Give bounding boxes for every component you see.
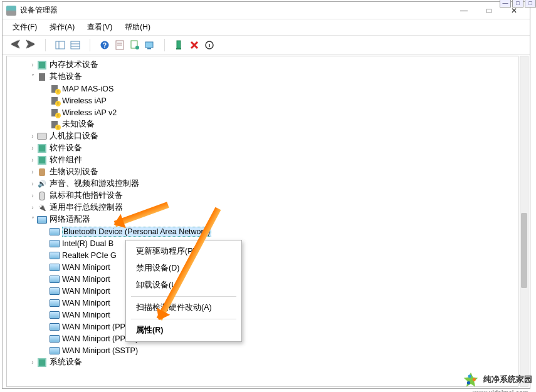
menu-action[interactable]: 操作(A) (45, 20, 80, 34)
net-icon (50, 287, 60, 296)
chevron-right-icon[interactable]: › (28, 157, 37, 163)
tree-node[interactable]: WAN Miniport (PPPOE) (7, 321, 518, 333)
update-driver-button[interactable] (128, 38, 142, 52)
svg-rect-15 (176, 48, 181, 49)
tree-node[interactable]: WAN Miniport (7, 297, 518, 309)
tree-node[interactable]: WAN Miniport (PPTP) (7, 333, 518, 344)
svg-text:?: ? (103, 42, 107, 49)
chevron-down-icon[interactable]: ˅ (28, 216, 37, 223)
chevron-right-icon[interactable]: › (28, 133, 37, 140)
warn-icon (50, 120, 60, 129)
scroll-thumb[interactable] (521, 213, 527, 288)
tree-node[interactable]: Wireless iAP (7, 95, 518, 106)
tree-node-label: WAN Miniport (62, 299, 110, 307)
warn-icon (50, 108, 60, 117)
net-icon (50, 334, 60, 343)
tree-node-label: Wireless iAP (62, 96, 107, 105)
context-menu-item[interactable]: 卸载设备(U) (127, 277, 240, 294)
tree-node[interactable]: ›通用串行总线控制器 (7, 202, 518, 214)
tree-node[interactable]: ›系统设备 (7, 356, 518, 368)
menu-file[interactable]: 文件(F) (8, 20, 42, 34)
chevron-right-icon[interactable]: › (28, 180, 37, 187)
titlebar[interactable]: 设备管理器 — □ ✕ (3, 2, 530, 19)
tree-node[interactable]: ›声音、视频和游戏控制器 (7, 178, 518, 190)
tree-node[interactable]: WAN Miniport (7, 273, 518, 285)
context-menu: 更新驱动程序(P)禁用设备(D)卸载设备(U)扫描检测硬件改动(A)属性(R) (125, 240, 242, 342)
tree-node[interactable]: WAN Miniport (7, 309, 518, 321)
help-button[interactable]: ? (98, 38, 112, 52)
tree-node[interactable]: Bluetooth Device (Personal Area Network) (7, 225, 518, 237)
forward-button[interactable]: ⮞ (24, 38, 38, 52)
context-menu-item[interactable]: 扫描检测硬件改动(A) (127, 299, 240, 316)
tree-node[interactable]: ›鼠标和其他指针设备 (7, 190, 518, 202)
tree-node[interactable]: ›生物识别设备 (7, 166, 518, 178)
chevron-right-icon[interactable]: › (28, 204, 37, 211)
scan-hardware-button[interactable] (143, 38, 157, 52)
context-menu-item[interactable]: 更新驱动程序(P) (127, 243, 240, 260)
tree-node-label: 网络适配器 (50, 214, 90, 225)
tree-node[interactable]: 未知设备 (7, 118, 518, 130)
chip-icon (37, 61, 47, 70)
chevron-right-icon[interactable]: › (28, 61, 37, 68)
show-hide-tree-button[interactable] (53, 38, 67, 52)
chevron-right-icon[interactable]: › (28, 145, 37, 152)
menu-view[interactable]: 查看(V) (82, 20, 117, 34)
tree-node[interactable]: Realtek PCIe G (7, 249, 518, 261)
device-tree[interactable]: ›内存技术设备˅其他设备MAP MAS-iOSWireless iAPWirel… (6, 56, 518, 387)
export-list-button[interactable] (68, 38, 82, 52)
tree-node-label: 软件设备 (50, 143, 82, 153)
tree-node-label: 声音、视频和游戏控制器 (50, 178, 139, 189)
svg-rect-0 (56, 41, 65, 49)
net-icon (50, 322, 60, 331)
tree-node[interactable]: ›内存技术设备 (7, 59, 518, 71)
minimize-button[interactable]: — (452, 4, 476, 18)
watermark-logo-icon (462, 371, 480, 388)
back-button[interactable]: ⮜ (9, 38, 23, 52)
mouse-icon (37, 192, 47, 200)
disable-device-button[interactable] (202, 38, 216, 52)
vertical-scrollbar[interactable] (520, 56, 528, 387)
svg-point-20 (467, 381, 470, 384)
chip-icon (37, 144, 47, 153)
chevron-down-icon[interactable]: ˅ (28, 73, 37, 80)
hid-icon (37, 132, 47, 141)
enable-device-button[interactable] (172, 38, 186, 52)
tree-node[interactable]: MAP MAS-iOS (7, 83, 518, 95)
tree-node[interactable]: ˅网络适配器 (7, 214, 518, 225)
svg-point-18 (468, 374, 471, 378)
tree-node-label: Realtek PCIe G (62, 251, 117, 260)
chevron-right-icon[interactable]: › (28, 168, 37, 175)
svg-rect-12 (145, 42, 153, 48)
tree-node-label: Wireless iAP v2 (62, 108, 117, 117)
tree-node[interactable]: ›人机接口设备 (7, 130, 518, 142)
context-menu-separator (131, 319, 236, 319)
chevron-right-icon[interactable]: › (28, 359, 37, 366)
net-icon (50, 299, 60, 307)
sound-icon (37, 180, 47, 188)
uninstall-device-button[interactable] (187, 38, 201, 52)
tree-node[interactable]: WAN Miniport (7, 261, 518, 273)
menu-help[interactable]: 帮助(H) (120, 20, 155, 34)
other-icon (37, 73, 47, 81)
tree-node-label: 未知设备 (62, 119, 95, 130)
tree-node[interactable]: WAN Miniport (7, 285, 518, 297)
chip-icon (37, 156, 47, 165)
warn-icon (50, 96, 60, 105)
context-menu-item[interactable]: 属性(R) (127, 322, 240, 339)
tree-node[interactable]: ›软件设备 (7, 142, 518, 154)
tree-node[interactable]: ˅其他设备 (7, 71, 518, 83)
device-manager-window: 设备管理器 — □ ✕ 文件(F) 操作(A) 查看(V) 帮助(H) ⮜ ⮞ … (2, 1, 530, 389)
svg-point-11 (135, 46, 139, 49)
maximize-button[interactable]: □ (477, 4, 501, 18)
tree-node[interactable]: Wireless iAP v2 (7, 106, 518, 118)
tree-node-label: WAN Miniport (62, 263, 110, 272)
tree-node[interactable]: Intel(R) Dual B (7, 237, 518, 249)
chevron-right-icon[interactable]: › (28, 192, 37, 199)
tree-node[interactable]: WAN Miniport (SSTP) (7, 344, 518, 356)
usb-icon (37, 204, 47, 212)
context-menu-item[interactable]: 禁用设备(D) (127, 260, 240, 277)
net-icon (50, 346, 60, 355)
properties-button[interactable] (113, 38, 127, 52)
tree-node-label: 人机接口设备 (50, 131, 98, 142)
tree-node[interactable]: ›软件组件 (7, 154, 518, 166)
